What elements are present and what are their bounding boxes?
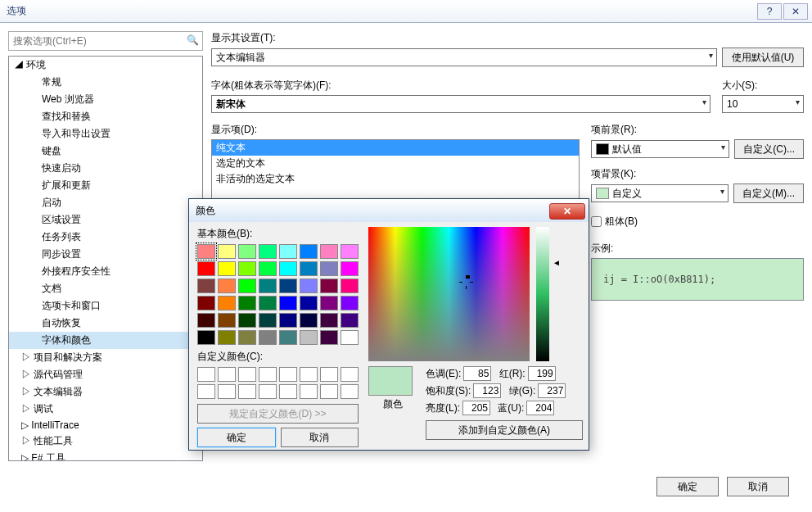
color-swatch[interactable] [238, 296, 256, 310]
red-input[interactable] [528, 366, 556, 381]
color-swatch[interactable] [259, 330, 277, 345]
color-swatch[interactable] [300, 313, 318, 328]
color-swatch[interactable] [197, 261, 215, 276]
custom-color-slot[interactable] [341, 367, 359, 382]
color-swatch[interactable] [279, 313, 297, 328]
color-ok-button[interactable]: 确定 [197, 428, 276, 447]
custom-color-slot[interactable] [279, 384, 297, 399]
custom-color-slot[interactable] [259, 384, 277, 399]
color-swatch[interactable] [341, 296, 359, 310]
color-swatch[interactable] [218, 330, 236, 345]
color-swatch[interactable] [341, 313, 359, 328]
color-swatch[interactable] [300, 330, 318, 345]
color-swatch[interactable] [259, 279, 277, 293]
custom-fg-button[interactable]: 自定义(C)... [734, 139, 804, 159]
ok-button[interactable]: 确定 [656, 477, 719, 496]
color-swatch[interactable] [197, 279, 215, 293]
color-swatch[interactable] [197, 313, 215, 328]
color-cancel-button[interactable]: 取消 [281, 428, 359, 447]
color-swatch[interactable] [197, 296, 215, 310]
color-swatch[interactable] [341, 330, 359, 345]
color-swatch[interactable] [320, 296, 338, 310]
list-item[interactable]: 选定的文本 [212, 156, 579, 171]
tree-item[interactable]: 选项卡和窗口 [9, 297, 202, 315]
color-swatch[interactable] [238, 261, 256, 276]
tree-group[interactable]: ▷ 源代码管理 [9, 366, 202, 383]
color-swatch[interactable] [259, 244, 277, 259]
color-swatch[interactable] [300, 279, 318, 293]
item-fg-select[interactable]: 默认值 [591, 140, 729, 158]
color-swatch[interactable] [279, 244, 297, 259]
color-swatch[interactable] [320, 279, 338, 293]
custom-color-slot[interactable] [320, 384, 338, 399]
tree-item[interactable]: 导入和导出设置 [9, 125, 202, 143]
custom-color-slot[interactable] [300, 367, 318, 382]
color-swatch[interactable] [320, 244, 338, 259]
tree-item-env[interactable]: ◢ 环境 [9, 57, 202, 74]
color-swatch[interactable] [320, 261, 338, 276]
custom-color-slot[interactable] [300, 384, 318, 399]
tree-item[interactable]: Web 浏览器 [9, 91, 202, 108]
color-swatch[interactable] [238, 330, 256, 345]
color-swatch[interactable] [197, 330, 215, 345]
color-swatch[interactable] [218, 313, 236, 328]
bold-checkbox[interactable] [591, 216, 602, 227]
color-swatch[interactable] [279, 330, 297, 345]
close-button[interactable]: ✕ [783, 3, 808, 20]
custom-color-slot[interactable] [238, 384, 256, 399]
color-swatch[interactable] [259, 296, 277, 310]
color-swatch[interactable] [238, 279, 256, 293]
color-swatch[interactable] [238, 313, 256, 328]
show-settings-select[interactable]: 文本编辑器 [211, 48, 717, 66]
tree-group[interactable]: ▷ 调试 [9, 401, 202, 418]
help-button[interactable]: ? [757, 3, 782, 20]
tree-group[interactable]: ▷ 性能工具 [9, 433, 202, 450]
lum-input[interactable] [462, 401, 490, 415]
tree-item[interactable]: 常规 [9, 74, 202, 91]
custom-color-slot[interactable] [341, 384, 359, 399]
color-swatch[interactable] [238, 244, 256, 259]
color-swatch[interactable] [300, 261, 318, 276]
color-swatch[interactable] [279, 296, 297, 310]
tree-item[interactable]: 文档 [9, 280, 202, 297]
color-swatch[interactable] [300, 244, 318, 259]
custom-bg-button[interactable]: 自定义(M)... [733, 184, 804, 203]
color-swatch[interactable] [218, 296, 236, 310]
custom-color-slot[interactable] [279, 367, 297, 382]
font-select[interactable]: 新宋体 [211, 95, 710, 113]
size-select[interactable]: 10 [722, 95, 804, 113]
custom-color-slot[interactable] [218, 384, 236, 399]
custom-color-slot[interactable] [197, 384, 215, 399]
display-items-list[interactable]: 纯文本选定的文本非活动的选定文本 [211, 139, 580, 201]
color-swatch[interactable] [341, 261, 359, 276]
tree-item[interactable]: 扩展和更新 [9, 177, 202, 194]
item-bg-select[interactable]: 自定义 [591, 184, 729, 202]
color-swatch[interactable] [218, 279, 236, 293]
color-swatch[interactable] [279, 261, 297, 276]
custom-color-slot[interactable] [197, 367, 215, 382]
tree-item[interactable]: 同步设置 [9, 246, 202, 263]
sat-input[interactable] [473, 383, 501, 398]
tree-group[interactable]: ▷ 文本编辑器 [9, 383, 202, 401]
green-input[interactable] [538, 383, 566, 398]
tree-item[interactable]: 启动 [9, 194, 202, 211]
tree-item[interactable]: 任务列表 [9, 229, 202, 246]
list-item[interactable]: 纯文本 [212, 140, 579, 156]
color-swatch[interactable] [341, 244, 359, 259]
custom-color-slot[interactable] [320, 367, 338, 382]
options-tree[interactable]: ◢ 环境常规Web 浏览器查找和替换导入和导出设置键盘快速启动扩展和更新启动区域… [8, 56, 203, 461]
color-dialog-close-button[interactable]: ✕ [549, 203, 585, 220]
tree-group[interactable]: ▷ 项目和解决方案 [9, 349, 202, 366]
search-input[interactable] [8, 31, 203, 51]
custom-color-slot[interactable] [238, 367, 256, 382]
tree-item[interactable]: 快速启动 [9, 160, 202, 177]
list-item[interactable]: 非活动的选定文本 [212, 171, 579, 187]
search-icon[interactable]: 🔍 [187, 34, 199, 46]
blue-input[interactable] [526, 401, 554, 415]
tree-item[interactable]: 区域设置 [9, 211, 202, 229]
tree-item[interactable]: 外接程序安全性 [9, 263, 202, 280]
tree-group[interactable]: ▷ F# 工具 [9, 450, 202, 461]
hue-input[interactable] [463, 366, 491, 381]
tree-item[interactable]: 键盘 [9, 143, 202, 160]
color-swatch[interactable] [259, 261, 277, 276]
